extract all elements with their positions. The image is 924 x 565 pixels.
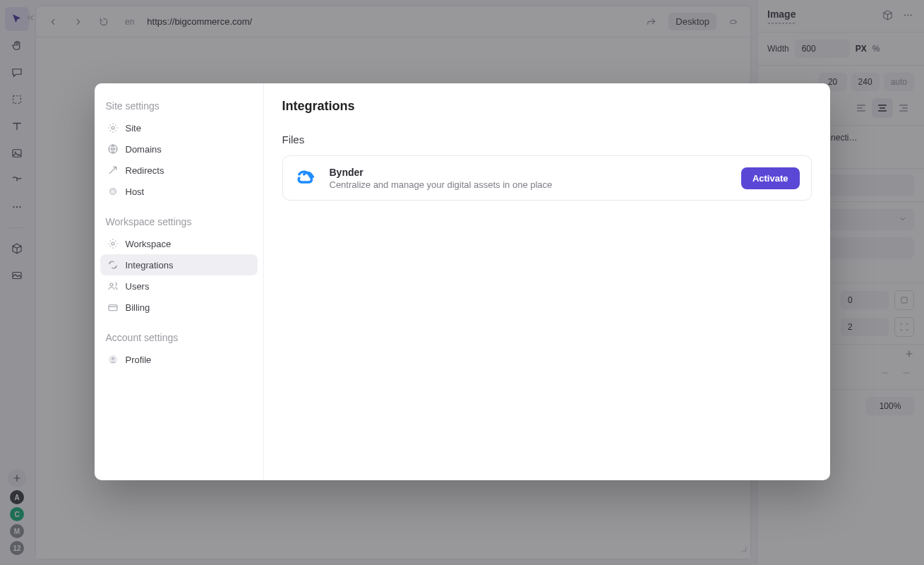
sidebar-item-redirects[interactable]: Redirects [100, 160, 258, 181]
sidebar-item-host[interactable]: N Host [100, 181, 258, 202]
settings-modal-overlay[interactable]: Site settings Site Domains Redirects N H… [0, 0, 924, 565]
svg-text:N: N [111, 189, 114, 194]
integration-description: Centralize and manage your digital asset… [330, 179, 730, 190]
sidebar-item-users[interactable]: Users [100, 275, 258, 297]
bynder-logo-icon [294, 166, 318, 190]
sidebar-item-label: Host [126, 186, 145, 197]
svg-rect-19 [109, 305, 117, 311]
section-title-site: Site settings [100, 95, 258, 117]
sidebar-item-label: Workspace [126, 239, 172, 249]
sidebar-item-profile[interactable]: Profile [100, 349, 258, 370]
integration-name: Bynder [330, 167, 730, 178]
svg-point-13 [112, 126, 114, 129]
section-title-account: Account settings [100, 326, 258, 349]
settings-page-title: Integrations [282, 99, 812, 114]
files-section-heading: Files [282, 133, 812, 145]
sidebar-item-billing[interactable]: Billing [100, 297, 258, 318]
integration-card-bynder: Bynder Centralize and manage your digita… [282, 155, 812, 201]
sidebar-item-workspace[interactable]: Workspace [100, 233, 258, 254]
settings-modal: Site settings Site Domains Redirects N H… [95, 83, 830, 480]
sidebar-item-label: Billing [126, 302, 150, 313]
sidebar-item-label: Site [126, 123, 141, 133]
sidebar-item-label: Redirects [126, 165, 164, 176]
activate-button[interactable]: Activate [741, 167, 800, 189]
svg-point-21 [112, 357, 114, 360]
section-title-workspace: Workspace settings [100, 210, 258, 233]
sidebar-item-label: Users [126, 281, 150, 292]
sidebar-item-label: Integrations [126, 260, 174, 270]
svg-point-17 [112, 242, 114, 245]
settings-sidebar: Site settings Site Domains Redirects N H… [95, 83, 264, 480]
sidebar-item-label: Domains [126, 144, 162, 155]
sidebar-item-integrations[interactable]: Integrations [100, 254, 258, 275]
settings-main: Integrations Files Bynder Centralize and… [264, 83, 830, 480]
sidebar-item-domains[interactable]: Domains [100, 138, 258, 160]
sidebar-item-site[interactable]: Site [100, 117, 258, 138]
sidebar-item-label: Profile [126, 355, 152, 365]
svg-point-18 [110, 283, 113, 286]
